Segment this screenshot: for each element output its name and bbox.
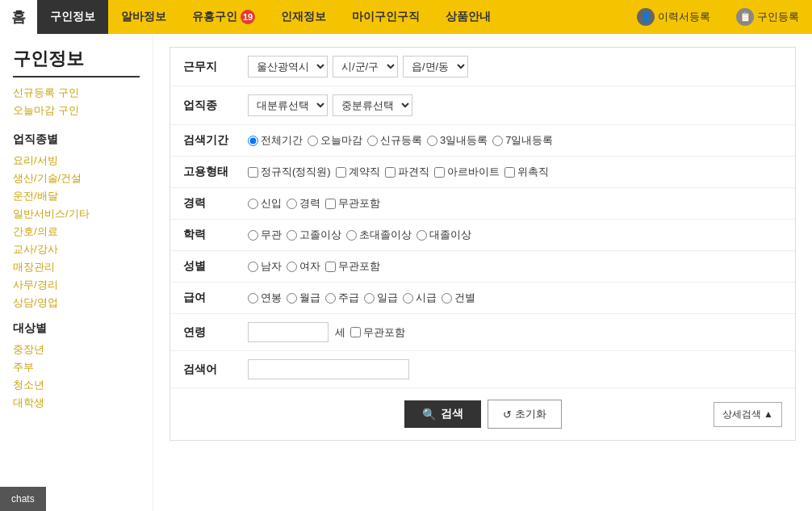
select-job-sub[interactable]: 중분류선택 xyxy=(333,94,412,116)
chevron-up-icon: ▲ xyxy=(764,408,773,420)
radio-7days-period-input[interactable] xyxy=(492,136,503,146)
radio-per-case-input[interactable] xyxy=(442,293,452,304)
nav-alba-info[interactable]: 알바정보 xyxy=(108,0,179,34)
radio-new-reg-period-label: 신규등록 xyxy=(380,133,422,148)
radio-edu-any[interactable]: 무관 xyxy=(248,228,282,242)
radio-3days-period-input[interactable] xyxy=(427,136,437,146)
keyword-input[interactable] xyxy=(248,359,409,379)
cb-contract-input[interactable] xyxy=(336,167,346,178)
radio-experienced[interactable]: 경력 xyxy=(287,196,320,211)
radio-male[interactable]: 남자 xyxy=(248,259,282,274)
label-gender: 성별 xyxy=(183,259,248,274)
radio-monthly[interactable]: 월급 xyxy=(287,291,320,305)
label-workplace: 근무지 xyxy=(183,60,248,74)
radio-today-period-input[interactable] xyxy=(308,136,318,146)
sidebar-item-cooking[interactable]: 요리/서빙 xyxy=(13,152,140,170)
radio-female-input[interactable] xyxy=(287,262,297,272)
radio-high-input[interactable] xyxy=(287,230,297,241)
radio-3days-period[interactable]: 3일내등록 xyxy=(427,133,488,148)
sidebar-item-housewife[interactable]: 주부 xyxy=(13,358,140,376)
cb-fulltime[interactable]: 정규직(정직원) xyxy=(248,165,331,179)
radio-hourly[interactable]: 시급 xyxy=(403,291,437,305)
radio-hourly-input[interactable] xyxy=(403,293,413,304)
cb-alba-input[interactable] xyxy=(434,167,445,178)
sidebar-item-youth[interactable]: 청소년 xyxy=(13,376,140,394)
radio-per-case[interactable]: 건별 xyxy=(442,291,475,305)
sidebar-item-middle-aged[interactable]: 중장년 xyxy=(13,341,140,358)
sidebar-link-today[interactable]: 오늘마감 구인 xyxy=(13,102,140,119)
cb-fulltime-input[interactable] xyxy=(248,167,258,178)
cb-career-any-input[interactable] xyxy=(325,199,336,209)
nav-guin-reg[interactable]: 📋 구인등록 xyxy=(723,8,812,26)
radio-daily[interactable]: 일급 xyxy=(364,291,398,305)
cb-contract[interactable]: 계약직 xyxy=(336,165,380,179)
radio-university-input[interactable] xyxy=(416,230,427,241)
select-city[interactable]: 시/군/구 xyxy=(333,56,398,77)
cb-gender-any-input[interactable] xyxy=(325,262,336,272)
search-button[interactable]: 🔍 검색 xyxy=(404,400,481,428)
radio-new-input[interactable] xyxy=(248,199,258,209)
select-region[interactable]: 울산광역시 xyxy=(248,56,328,77)
cb-gender-any[interactable]: 무관포함 xyxy=(325,259,380,274)
detail-search-button[interactable]: 상세검색 ▲ xyxy=(714,402,782,427)
nav-guin-info[interactable]: 구인정보 xyxy=(37,0,108,34)
cb-career-any[interactable]: 무관포함 xyxy=(325,196,380,211)
select-dong[interactable]: 읍/면/동 xyxy=(403,56,468,77)
sidebar-item-nursing[interactable]: 간호/의료 xyxy=(13,223,140,241)
radio-all-period[interactable]: 전체기간 xyxy=(248,133,303,148)
sidebar-item-store[interactable]: 매장관리 xyxy=(13,258,140,276)
nav-my-guin[interactable]: 마이구인구직 xyxy=(339,0,433,34)
radio-female[interactable]: 여자 xyxy=(287,259,320,274)
select-job-main[interactable]: 대분류선택 xyxy=(248,94,328,116)
cb-parttime-input[interactable] xyxy=(385,167,396,178)
radio-university[interactable]: 대졸이상 xyxy=(416,228,471,242)
radio-weekly[interactable]: 주급 xyxy=(325,291,359,305)
radio-college-input[interactable] xyxy=(346,230,357,241)
sidebar-item-production[interactable]: 생산/기술/건설 xyxy=(13,170,140,187)
radio-male-input[interactable] xyxy=(248,262,258,272)
radio-college[interactable]: 초대졸이상 xyxy=(346,228,412,242)
radio-new[interactable]: 신입 xyxy=(248,196,282,211)
nav-yuheum[interactable]: 유흥구인 19 xyxy=(179,0,268,34)
nav-home[interactable]: 홈 xyxy=(0,0,37,34)
radio-annual-input[interactable] xyxy=(248,293,258,304)
radio-daily-input[interactable] xyxy=(364,293,375,304)
radio-monthly-input[interactable] xyxy=(287,293,297,304)
radio-7days-period-label: 7일내등록 xyxy=(505,133,553,148)
age-input[interactable] xyxy=(248,322,329,342)
sidebar-item-general[interactable]: 일반서비스/기타 xyxy=(13,205,140,223)
label-job-type: 업직종 xyxy=(183,98,248,113)
radio-male-label: 남자 xyxy=(261,259,282,274)
nav-history-reg[interactable]: 👤 이력서등록 xyxy=(624,8,723,26)
radio-7days-period[interactable]: 7일내등록 xyxy=(492,133,553,148)
radio-all-period-input[interactable] xyxy=(248,136,258,146)
cb-age-any-input[interactable] xyxy=(350,327,361,337)
reset-button[interactable]: ↺ 초기화 xyxy=(488,400,562,429)
radio-high[interactable]: 고졸이상 xyxy=(287,228,341,242)
nav-injae[interactable]: 인재정보 xyxy=(268,0,339,34)
label-search-period: 검색기간 xyxy=(183,133,248,148)
sidebar-item-delivery[interactable]: 운전/배달 xyxy=(13,187,140,205)
nav-sangpum[interactable]: 상품안내 xyxy=(433,0,504,34)
cb-age-any[interactable]: 무관포함 xyxy=(350,325,405,340)
sidebar-item-teaching[interactable]: 교사/강사 xyxy=(13,241,140,258)
bottom-bar[interactable]: chats xyxy=(0,487,46,511)
radio-experienced-input[interactable] xyxy=(287,199,297,209)
radio-weekly-input[interactable] xyxy=(325,293,336,304)
radio-new-reg-period-input[interactable] xyxy=(367,136,378,146)
cb-parttime[interactable]: 파견직 xyxy=(385,165,429,179)
cb-freelance-input[interactable] xyxy=(504,167,515,178)
sidebar-item-office[interactable]: 사무/경리 xyxy=(13,276,140,294)
sidebar-link-new-reg[interactable]: 신규등록 구인 xyxy=(13,84,140,102)
controls-workplace: 울산광역시 시/군/구 읍/면/동 xyxy=(248,56,468,77)
radio-today-period[interactable]: 오늘마감 xyxy=(308,133,362,148)
radio-edu-any-input[interactable] xyxy=(248,230,258,241)
radio-university-label: 대졸이상 xyxy=(429,228,471,242)
sidebar-item-student[interactable]: 대학생 xyxy=(13,394,140,412)
sidebar-item-sales[interactable]: 상담/영업 xyxy=(13,294,140,312)
cb-alba[interactable]: 아르바이트 xyxy=(434,165,500,179)
radio-new-reg-period[interactable]: 신규등록 xyxy=(367,133,422,148)
radio-annual[interactable]: 연봉 xyxy=(248,291,282,305)
cb-freelance[interactable]: 위촉직 xyxy=(504,165,549,179)
row-salary: 급여 연봉 월급 주급 일급 xyxy=(170,283,795,314)
